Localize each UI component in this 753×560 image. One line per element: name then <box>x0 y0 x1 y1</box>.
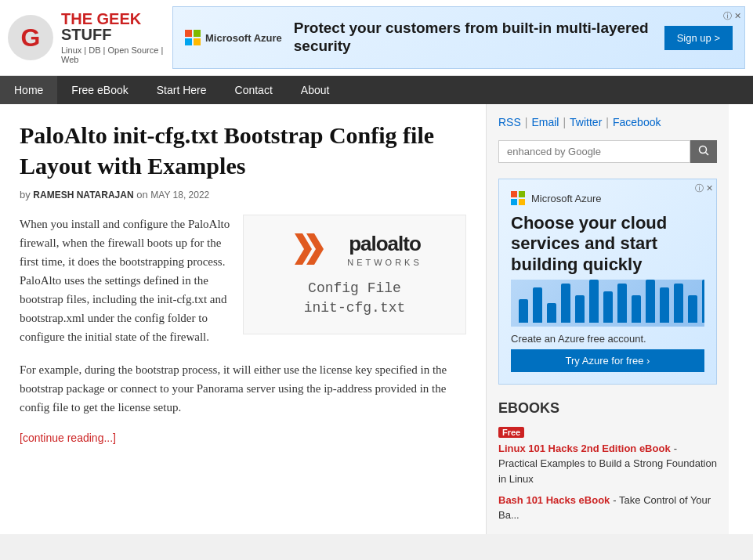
config-label: Config File init-cfg.txt <box>255 279 454 318</box>
logo-text: THE GEEK STUFF Linux | DB | Open Source … <box>61 11 172 64</box>
chart-bar-11 <box>660 287 669 323</box>
chart-bar-4 <box>561 284 570 323</box>
ebooks-section: EBOOKS Free Linux 101 Hacks 2nd Edition … <box>498 400 717 522</box>
ms-logo-squares <box>185 30 201 45</box>
logo-tagline: Linux | DB | Open Source | Web <box>61 45 172 64</box>
search-button[interactable] <box>690 140 717 163</box>
logo-stuff: STUFF <box>61 27 172 42</box>
sq-red <box>511 191 517 197</box>
chart-bar-14 <box>702 280 704 323</box>
chart-bar-8 <box>617 284 627 323</box>
logo-area: G THE GEEK STUFF Linux | DB | Open Sourc… <box>8 11 172 64</box>
ad-headline: Protect your customers from built-in mul… <box>294 20 664 56</box>
chart-bar-1 <box>519 299 528 323</box>
svg-point-2 <box>700 146 707 154</box>
search-icon <box>698 145 709 156</box>
config-line2: init-cfg.txt <box>255 298 454 318</box>
sep3: | <box>606 116 609 128</box>
sidebar-ms-logo <box>511 191 525 205</box>
ebook-1-link[interactable]: Linux 101 Hacks 2nd Edition eBook <box>498 443 671 454</box>
chart-bar-3 <box>547 303 556 323</box>
article-image: paloalto NETWORKS Config File init-cfg.t… <box>243 215 466 346</box>
email-link[interactable]: Email <box>531 116 559 128</box>
sidebar: RSS | Email | Twitter | Facebook ⓘ ✕ <box>486 104 729 534</box>
config-line1: Config File <box>255 279 454 298</box>
logo-geek: THE GEEK <box>61 11 172 27</box>
sidebar-ad-close-icon[interactable]: ⓘ ✕ <box>695 182 713 194</box>
social-links: RSS | Email | Twitter | Facebook <box>498 116 717 128</box>
chart-bar-13 <box>688 295 697 323</box>
sep1: | <box>525 116 528 128</box>
sidebar-ad-title: Choose your cloud services and start bui… <box>511 213 704 275</box>
nav-about[interactable]: About <box>287 76 344 104</box>
facebook-link[interactable]: Facebook <box>613 116 661 128</box>
search-box <box>498 140 717 163</box>
chart-bar-9 <box>632 295 641 323</box>
nav-contact[interactable]: Contact <box>221 76 287 104</box>
main-nav: Home Free eBook Start Here Contact About <box>0 76 753 104</box>
ad-text: Protect your customers from built-in mul… <box>294 20 664 56</box>
chart-bar-5 <box>575 295 585 323</box>
nav-home[interactable]: Home <box>0 76 57 104</box>
nav-start-here[interactable]: Start Here <box>143 76 221 104</box>
chart-bar-2 <box>533 287 542 323</box>
ad-ms-logo: Microsoft Azure <box>185 30 282 45</box>
chart-bar-7 <box>603 291 613 323</box>
twitter-link[interactable]: Twitter <box>570 116 602 128</box>
chart-bar-10 <box>646 280 655 323</box>
ad-brand-name: Microsoft Azure <box>205 32 282 44</box>
palo-brand-name: paloalto <box>347 231 422 256</box>
chart-bar-6 <box>589 280 599 323</box>
main-layout: PaloAlto init-cfg.txt Bootstrap Config f… <box>0 104 753 534</box>
site-header: G THE GEEK STUFF Linux | DB | Open Sourc… <box>0 0 753 76</box>
ms-sq-yellow <box>194 38 201 45</box>
ebook-1: Free Linux 101 Hacks 2nd Edition eBook -… <box>498 425 717 486</box>
sq-yellow <box>519 199 525 205</box>
ad-close-icon[interactable]: ⓘ ✕ <box>723 10 741 22</box>
palo-networks-text: NETWORKS <box>347 258 422 267</box>
article-para2: For example, during the bootstrap proces… <box>20 360 466 417</box>
sidebar-ad-image <box>511 280 704 327</box>
ms-sq-blue <box>185 38 192 45</box>
palo-image: paloalto NETWORKS Config File init-cfg.t… <box>243 215 466 334</box>
ebooks-title: EBOOKS <box>498 400 717 417</box>
sidebar-ad-header: Microsoft Azure <box>511 191 704 205</box>
sq-green <box>519 191 525 197</box>
palo-logo: paloalto NETWORKS <box>255 231 454 267</box>
article-body: When you install and configure the PaloA… <box>20 215 466 346</box>
search-input[interactable] <box>498 140 690 163</box>
logo-circle: G <box>8 15 53 60</box>
ms-sq-red <box>185 30 192 37</box>
free-badge-1: Free <box>498 427 524 438</box>
nav-free-ebook[interactable]: Free eBook <box>57 76 142 104</box>
article-meta: by RAMESH NATARAJAN on MAY 18, 2022 <box>20 189 466 201</box>
palo-chevron-svg <box>287 232 338 267</box>
sep2: | <box>563 116 566 128</box>
continue-reading-link[interactable]: [continue reading...] <box>20 432 116 444</box>
sidebar-ad-brand: Microsoft Azure <box>531 193 602 204</box>
ebook-2-link[interactable]: Bash 101 Hacks eBook <box>498 494 610 506</box>
banner-ad: ⓘ ✕ Microsoft Azure Protect your custome… <box>172 6 745 69</box>
rss-link[interactable]: RSS <box>498 116 521 128</box>
sidebar-ad-sub: Create an Azure free account. <box>511 333 704 345</box>
article-author: RAMESH NATARAJAN <box>33 190 133 201</box>
ebook-2: Bash 101 Hacks eBook - Take Control of Y… <box>498 493 717 522</box>
chart-bar-12 <box>674 284 683 323</box>
by-text: by <box>20 189 31 201</box>
logo-letter: G <box>21 23 41 52</box>
article-content: PaloAlto init-cfg.txt Bootstrap Config f… <box>0 104 486 534</box>
on-text: on <box>136 189 147 201</box>
palo-svg: paloalto NETWORKS <box>255 231 454 267</box>
sidebar-ad-cta-button[interactable]: Try Azure for free › <box>511 349 704 372</box>
sidebar-ad: ⓘ ✕ Microsoft Azure Choose your cloud se… <box>498 179 717 385</box>
svg-line-3 <box>706 153 709 156</box>
sq-blue <box>511 199 517 205</box>
ms-sq-green <box>194 30 201 37</box>
article-date: MAY 18, 2022 <box>150 190 209 201</box>
ad-signup-button[interactable]: Sign up > <box>664 26 733 50</box>
article-text-left: When you install and configure the PaloA… <box>20 215 231 346</box>
article-title: PaloAlto init-cfg.txt Bootstrap Config f… <box>20 120 466 181</box>
